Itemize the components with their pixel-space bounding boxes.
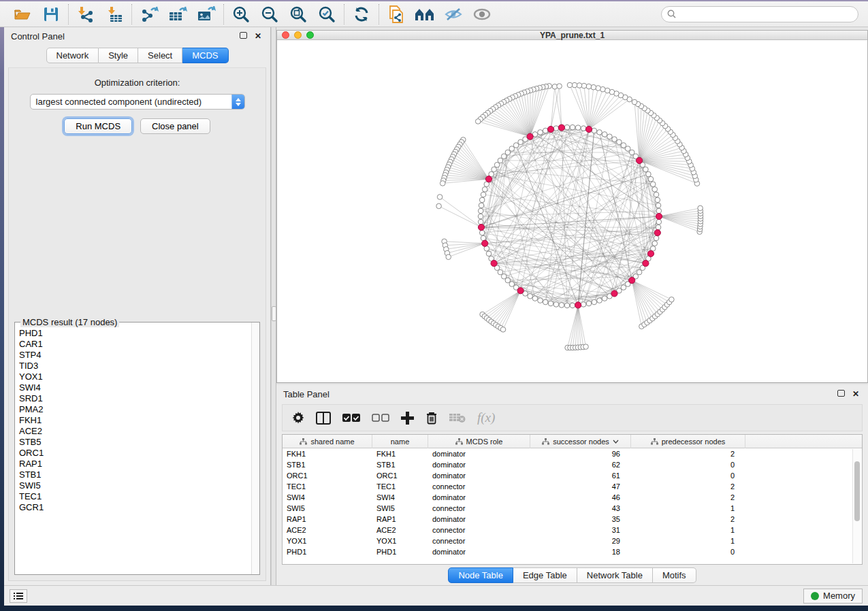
close-panel-button[interactable]: Close panel [140,118,210,134]
result-node-item[interactable]: STB1 [19,469,247,480]
cell-predecessor-nodes: 0 [631,548,745,556]
zoom-in-icon[interactable] [230,4,252,24]
zoom-out-icon[interactable] [259,4,280,24]
run-mcds-button[interactable]: Run MCDS [64,118,132,134]
open-file-icon[interactable] [12,4,33,24]
cell-name: STB1 [372,461,428,469]
tab-network[interactable]: Network [46,48,99,63]
table-scrollbar[interactable] [852,449,861,563]
cell-predecessor-nodes: 2 [631,493,745,501]
column-header-name[interactable]: name [372,435,428,448]
add-column-icon[interactable] [401,412,414,425]
table-row[interactable]: YOX1YOX1connector291 [283,535,862,546]
panel-splitter[interactable] [271,27,276,585]
table-panel-title: Table Panel [283,389,831,399]
task-history-button[interactable] [10,589,27,603]
node-table[interactable]: shared namenameMCDS rolesuccessor nodesp… [282,434,863,565]
save-session-icon[interactable] [40,4,62,24]
tab-select[interactable]: Select [138,48,182,63]
import-network-icon[interactable] [75,4,97,24]
export-table-icon[interactable] [167,4,189,24]
cell-predecessor-nodes: 2 [631,482,745,491]
export-network-icon[interactable] [138,4,160,24]
network-window-titlebar[interactable]: YPA_prune.txt_1 [277,31,867,40]
cell-predecessor-nodes: 0 [631,461,745,469]
control-panel-tabs: NetworkStyleSelectMCDS [4,45,270,67]
table-panel: Table Panel ✕ [276,385,868,585]
result-node-item[interactable]: GCR1 [19,502,247,513]
memory-button[interactable]: Memory [803,589,863,604]
import-table-icon[interactable] [103,4,125,24]
table-row[interactable]: SWI4SWI4dominator462 [283,492,862,503]
table-row[interactable]: ORC1ORC1dominator610 [283,470,862,481]
result-node-item[interactable]: FKH1 [19,415,247,426]
table-row[interactable]: PHD1PHD1dominator180 [283,546,862,557]
result-node-item[interactable]: STP4 [19,350,247,361]
criterion-dropdown[interactable]: largest connected component (undirected) [30,94,245,110]
zoom-fit-icon[interactable] [287,4,309,24]
cell-MCDS-role: dominator [428,493,530,501]
close-panel-icon[interactable]: ✕ [253,31,263,41]
result-node-item[interactable]: TEC1 [19,491,247,502]
hide-selected-icon[interactable] [443,4,464,24]
cell-predecessor-nodes: 1 [631,504,745,512]
cell-shared-name: YOX1 [283,537,372,545]
show-all-icon[interactable] [471,4,493,24]
search-field[interactable] [661,6,858,22]
result-node-item[interactable]: YOX1 [19,371,247,382]
column-header-predecessor-nodes[interactable]: predecessor nodes [631,435,745,448]
result-node-item[interactable]: TID3 [19,361,247,371]
tab-mcds[interactable]: MCDS [182,48,228,63]
result-node-item[interactable]: PMA2 [19,404,247,415]
result-node-item[interactable]: ACE2 [19,426,247,437]
result-node-item[interactable]: SRD1 [19,393,247,404]
search-input[interactable] [679,10,852,19]
first-neighbors-icon[interactable] [414,4,436,24]
result-node-item[interactable]: RAP1 [19,459,247,469]
tab-edge-table[interactable]: Edge Table [513,567,577,583]
cell-predecessor-nodes: 0 [631,472,745,480]
network-canvas[interactable] [277,40,867,382]
zoom-selected-icon[interactable] [316,4,338,24]
result-node-item[interactable]: ORC1 [19,448,247,459]
table-row[interactable]: RAP1RAP1dominator352 [283,514,862,525]
gear-icon[interactable] [292,412,304,424]
duplicate-network-icon[interactable] [385,4,407,24]
table-row[interactable]: FKH1FKH1dominator962 [283,448,862,459]
cell-shared-name: FKH1 [283,450,372,458]
export-image-icon[interactable] [195,4,217,24]
float-table-panel-icon[interactable] [835,389,846,399]
cell-successor-nodes: 18 [530,548,631,556]
deselect-all-icon[interactable] [372,414,389,423]
cell-shared-name: RAP1 [283,515,372,523]
result-node-item[interactable]: SWI5 [19,480,247,491]
tab-style[interactable]: Style [99,48,138,63]
tab-node-table[interactable]: Node Table [448,567,513,583]
result-node-item[interactable]: PHD1 [19,328,247,339]
result-node-item[interactable]: STB5 [19,437,247,448]
float-panel-icon[interactable] [238,31,248,41]
table-row[interactable]: TEC1TEC1connector472 [283,481,862,492]
criterion-dropdown-value: largest connected component (undirected) [31,97,231,107]
column-header-MCDS-role[interactable]: MCDS role [428,435,530,448]
result-node-item[interactable]: SWI4 [19,382,247,393]
refresh-layout-icon[interactable] [351,4,372,24]
table-row[interactable]: STB1STB1dominator620 [283,459,862,470]
select-all-icon[interactable] [342,414,360,423]
dropdown-stepper-icon [231,94,244,110]
splitter-grip[interactable] [272,306,276,321]
column-header-shared-name[interactable]: shared name [283,435,372,448]
tab-network-table[interactable]: Network Table [577,567,653,583]
table-row[interactable]: SWI5SWI5connector431 [283,503,862,514]
column-header-successor-nodes[interactable]: successor nodes [530,435,631,448]
delete-rows-icon[interactable] [425,411,438,425]
result-node-item[interactable]: CAR1 [19,339,247,350]
close-table-panel-icon[interactable]: ✕ [850,389,861,399]
mcds-result-scrollbar[interactable] [251,323,259,574]
main-toolbar [0,1,868,27]
mcds-result-list[interactable]: PHD1CAR1STP4TID3YOX1SWI4SRD1PMA2FKH1ACE2… [15,323,251,574]
column-layout-icon[interactable] [316,412,331,425]
table-row[interactable]: ACE2ACE2connector311 [283,525,862,535]
mcds-result-box: MCDS result (17 nodes) PHD1CAR1STP4TID3Y… [14,322,260,575]
tab-motifs[interactable]: Motifs [653,567,696,583]
